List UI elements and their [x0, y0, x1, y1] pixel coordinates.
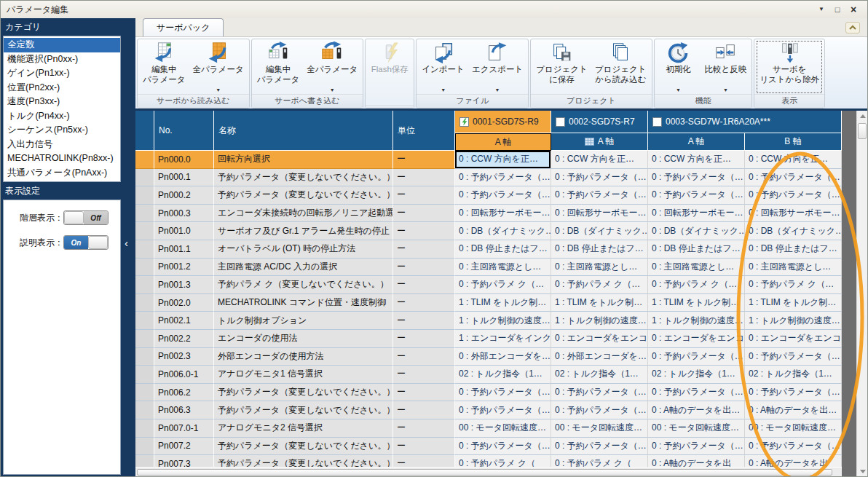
cell-value[interactable]: 0 : 予約パラメータ（… [551, 401, 648, 419]
row-header-cell[interactable] [135, 455, 154, 467]
dropdown-arrow-icon[interactable]: ▼ [216, 87, 221, 94]
cell-value[interactable]: 0 : 予約パラメ ク（ [455, 455, 551, 467]
cell-value[interactable]: 0 : 予約パラメータ（… [745, 438, 842, 456]
cell-value[interactable]: 00 : モータ回転速度… [551, 419, 648, 438]
cell-value[interactable]: 0 : 予約パラメータ（… [455, 186, 551, 205]
ribbon-button[interactable]: 全パラメータ ▼ [303, 40, 361, 94]
cell-name[interactable]: 予約パラメータ（変更しないでください。） [214, 186, 393, 205]
cell-value[interactable]: 0 : 回転形サーボモー… [648, 205, 745, 223]
table-row[interactable]: Pn006.3 予約パラメータ（変更しないでください。） ー 0 : 予約パラメ… [135, 401, 842, 419]
cell-unit[interactable]: ー [393, 384, 455, 402]
cell-value[interactable]: 0 : 主回路電源とし… [455, 259, 551, 277]
cell-value[interactable]: 0 : 予約パラメ ク（… [551, 276, 648, 294]
cell-value[interactable]: 02 : トルク指令（1… [455, 366, 551, 384]
row-header-cell[interactable] [135, 294, 154, 312]
servo-column-header[interactable]: 0001-SGD7S-R9 [455, 111, 551, 133]
ribbon-button[interactable]: 編集中 パラメータ ▼ [253, 40, 304, 94]
cell-value[interactable]: 0 : CCW 方向を正… [551, 151, 648, 169]
row-header-cell[interactable] [135, 169, 154, 187]
cell-name[interactable]: 予約パラメータ（変更しないでください。） [214, 384, 393, 402]
axis-column-header[interactable]: A 軸 [455, 133, 551, 151]
cell-unit[interactable]: ー [393, 348, 455, 366]
hierarchy-toggle[interactable]: Off [63, 210, 108, 225]
cell-value[interactable]: 1 : TLIM をトルク制… [455, 294, 551, 312]
cell-name[interactable]: エンコーダ未接続時の回転形／リニア起動選 [214, 205, 393, 223]
cell-value[interactable]: 0 : 外部エンコーダを… [455, 348, 551, 366]
window-menu-icon[interactable]: ▼ [813, 2, 829, 17]
servo-checkbox[interactable] [556, 117, 565, 127]
cell-value[interactable]: 0 : 予約パラメータ（… [648, 438, 745, 456]
cell-value[interactable]: 0 : 予約パラメータ（… [745, 348, 842, 366]
cell-value[interactable]: 0 : 予約パラメータ（… [455, 438, 551, 456]
cell-value[interactable]: 0 : A軸のデータを出… [745, 401, 842, 419]
cell-unit[interactable]: ー [393, 438, 455, 456]
cell-value[interactable]: 0 : CCW 方向を正… [648, 151, 745, 169]
cell-value[interactable]: 1 : TLIM をトルク制… [745, 294, 842, 312]
scroll-up-icon[interactable] [857, 111, 867, 122]
close-icon[interactable]: × [845, 2, 861, 17]
cell-value[interactable]: 0 : DB（ダイナミック… [648, 222, 745, 240]
cell-value[interactable]: 0 : 回転形サーボモー… [455, 205, 551, 223]
sidebar-category-item[interactable]: 共通パラメータ(PnAxx-) [4, 166, 120, 181]
cell-unit[interactable]: ー [393, 169, 455, 187]
row-header-cell[interactable] [135, 330, 154, 348]
sidebar-category-item[interactable]: 機能選択(Pn0xx-) [4, 52, 120, 67]
table-row[interactable]: Pn002.2 エンコーダの使用法 ー 1 : エンコーダをインク… 0 : エ… [135, 330, 842, 348]
ribbon-button[interactable]: 初期化 ▼ [656, 40, 701, 94]
cell-value[interactable]: 0 : 予約パラメータ（… [551, 384, 648, 402]
ribbon-button[interactable]: サーボを リストから除外 ▼ [756, 40, 823, 94]
cell-value[interactable]: 0 : 予約パラメータ（… [648, 169, 745, 187]
tab-servopack[interactable]: サーボパック [143, 18, 224, 36]
cell-value[interactable]: 00 : モータ回転速度… [455, 419, 551, 438]
servo-column-header[interactable]: 0002-SGD7S-R7 [551, 111, 648, 133]
cell-value[interactable]: 1 : トルク制御の速度… [745, 312, 842, 330]
dropdown-arrow-icon[interactable]: ▼ [330, 87, 335, 94]
cell-value[interactable]: 0 : 回転形サーボモー… [745, 205, 842, 223]
cell-name[interactable]: アナログモニタ2 信号選択 [214, 419, 393, 438]
row-header-cell[interactable] [135, 384, 154, 402]
cell-value[interactable]: 0 : CCW 方向を正… [745, 151, 842, 169]
cell-value[interactable]: 0 : 予約パラメ ク（ [551, 455, 648, 467]
servo-checkbox-checked[interactable] [459, 117, 469, 127]
cell-no[interactable]: Pn000.2 [154, 186, 214, 205]
cell-value[interactable]: 0 : CCW 方向を正… [455, 151, 551, 169]
cell-value[interactable]: 02 : トルク指令（1… [745, 366, 842, 384]
cell-no[interactable]: Pn006.2 [154, 384, 214, 402]
cell-no[interactable]: Pn000.1 [154, 169, 214, 187]
cell-value[interactable]: 0 : 予約パラメータ（… [455, 384, 551, 402]
ribbon-button[interactable]: プロジェクト に保存 ▼ [532, 40, 591, 94]
ribbon-collapse-button[interactable] [845, 22, 860, 33]
cell-value[interactable]: 0 : 予約パラメータ（… [745, 169, 842, 187]
cell-name[interactable]: 予約パラメータ（変更しないでください。） [214, 455, 393, 467]
cell-value[interactable]: 0 : 予約パラメ ク（… [648, 276, 745, 294]
cell-value[interactable]: 0 : DB 停止またはフ… [648, 240, 745, 259]
servo-column-header[interactable]: 0003-SGD7W-1R6A20A*** [648, 111, 842, 133]
cell-name[interactable]: 予約パラメータ（変更しないでください。） [214, 438, 393, 456]
cell-value[interactable]: 0 : 予約パラメ ク（… [455, 276, 551, 294]
axis-column-header[interactable]: A 軸 [551, 133, 648, 151]
cell-value[interactable]: 0 : A軸のデータを出 [648, 455, 745, 467]
cell-value[interactable]: 0 : 予約パラメータ（… [551, 438, 648, 456]
row-header-cell[interactable] [135, 222, 154, 240]
cell-no[interactable]: Pn007.0-1 [154, 419, 214, 438]
cell-value[interactable]: 00 : モータ回転速度… [745, 419, 842, 438]
cell-no[interactable]: Pn002.0 [154, 294, 214, 312]
cell-value[interactable]: 02 : トルク指令（1… [551, 366, 648, 384]
row-header-cell[interactable] [135, 419, 154, 438]
cell-unit[interactable]: ー [393, 401, 455, 419]
cell-no[interactable]: Pn000.0 [154, 151, 214, 169]
table-row[interactable]: Pn007.2 予約パラメータ（変更しないでください。） ー 0 : 予約パラメ… [135, 438, 842, 456]
cell-value[interactable]: 0 : DB（ダイナミック… [455, 222, 551, 240]
servo-checkbox[interactable] [652, 117, 662, 127]
table-row[interactable]: Pn007.3 予約パラメータ（変更しないでください。） ー 0 : 予約パラメ… [135, 455, 842, 467]
sidebar-category-item[interactable]: 全定数 [4, 38, 120, 52]
cell-no[interactable]: Pn007.3 [154, 455, 214, 467]
row-header-cell[interactable] [135, 401, 154, 419]
row-header-cell[interactable] [135, 240, 154, 259]
table-row[interactable]: Pn002.3 外部エンコーダの使用方法 ー 0 : 外部エンコーダを… 0 :… [135, 348, 842, 366]
cell-value[interactable]: 0 : 予約パラメータ（… [551, 169, 648, 187]
cell-unit[interactable]: ー [393, 312, 455, 330]
cell-value[interactable]: 0 : 予約パラメータ（… [745, 384, 842, 402]
cell-name[interactable]: MECHATROLINK コマンド位置・速度制御 [214, 294, 393, 312]
sidebar-category-item[interactable]: トルク(Pn4xx-) [4, 109, 120, 124]
